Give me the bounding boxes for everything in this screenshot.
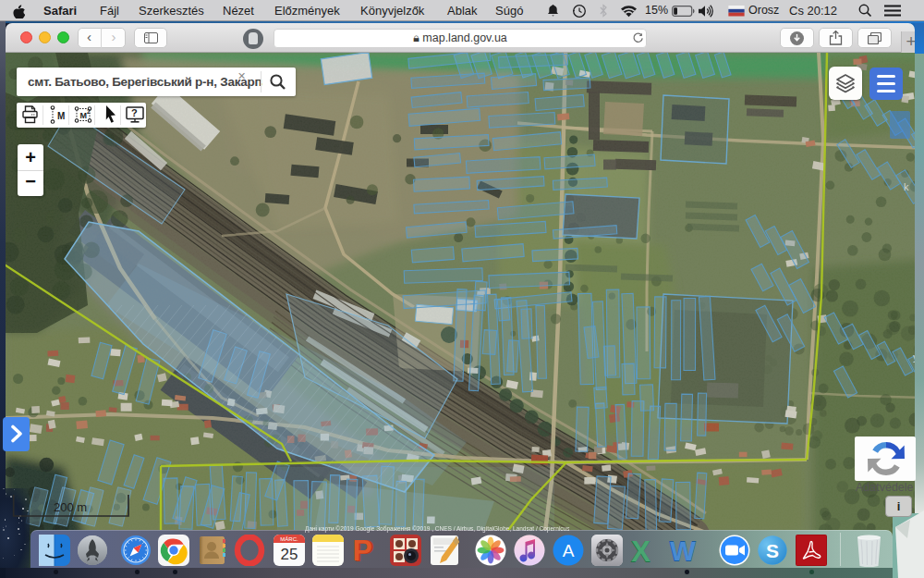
svg-text:A: A [563, 541, 575, 560]
svg-text:M: M [80, 111, 88, 120]
svg-text:W: W [670, 535, 696, 566]
svg-text:2: 2 [87, 108, 91, 115]
svg-text:S: S [766, 540, 779, 561]
svg-text:25: 25 [281, 546, 298, 563]
svg-text:P: P [353, 535, 372, 566]
svg-text:MÁRC.: MÁRC. [280, 536, 298, 542]
svg-text:200 m: 200 m [54, 500, 87, 514]
svg-text:?: ? [131, 107, 138, 118]
svg-text:M: M [57, 111, 65, 121]
svg-text:X: X [631, 535, 650, 566]
